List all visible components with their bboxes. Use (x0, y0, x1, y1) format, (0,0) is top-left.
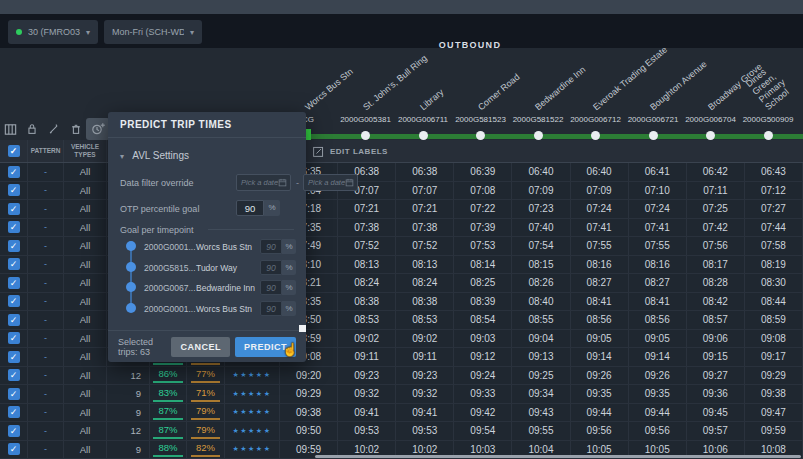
route-selector-dropdown[interactable]: 30 (FMRO030) ▾ (8, 20, 98, 44)
time-cell[interactable]: 07:27 (745, 200, 803, 219)
time-cell[interactable]: 07:56 (687, 237, 745, 256)
row-checkbox[interactable]: ✓ (8, 203, 20, 215)
date-to-picker[interactable]: Pick a date (303, 174, 358, 191)
predict-trip-times-icon[interactable] (86, 118, 110, 140)
time-cell[interactable]: 09:38 (745, 385, 803, 404)
time-cell[interactable]: 08:28 (687, 274, 745, 293)
station-stop-dot[interactable] (764, 131, 773, 140)
time-cell[interactable]: 07:09 (512, 182, 570, 201)
select-all-checkbox[interactable]: ✓ (8, 145, 20, 157)
trash-icon[interactable] (66, 119, 86, 139)
time-cell[interactable]: 09:26 (571, 367, 629, 386)
time-cell[interactable]: 07:40 (512, 219, 570, 238)
row-checkbox[interactable]: ✓ (8, 184, 20, 196)
time-cell[interactable]: 07:38 (396, 219, 454, 238)
time-cell[interactable]: 09:35 (629, 385, 687, 404)
time-cell[interactable]: 09:14 (571, 348, 629, 367)
time-cell[interactable]: 07:54 (512, 237, 570, 256)
time-cell[interactable]: 09:26 (629, 367, 687, 386)
time-cell[interactable]: 08:56 (571, 311, 629, 330)
time-cell[interactable]: 09:32 (396, 385, 454, 404)
time-cell[interactable]: 07:23 (512, 200, 570, 219)
horizontal-scrollbar[interactable] (315, 455, 801, 458)
time-cell[interactable]: 07:24 (629, 200, 687, 219)
time-cell[interactable]: 09:41 (396, 404, 454, 423)
cancel-button[interactable]: CANCEL (171, 337, 230, 357)
station-stop-dot[interactable] (361, 131, 370, 140)
time-cell[interactable]: 08:40 (512, 293, 570, 312)
time-cell[interactable]: 06:41 (629, 163, 687, 182)
date-from-picker[interactable]: Pick a date (236, 174, 291, 191)
time-cell[interactable]: 08:42 (687, 293, 745, 312)
row-checkbox[interactable]: ✓ (8, 425, 20, 437)
time-cell[interactable]: 09:04 (512, 330, 570, 349)
station-stop-dot[interactable] (649, 131, 658, 140)
station-stop-dot[interactable] (476, 131, 485, 140)
time-cell[interactable]: 09:15 (687, 348, 745, 367)
time-cell[interactable]: 08:15 (512, 256, 570, 275)
station-stop-dot[interactable] (591, 131, 600, 140)
timepoint-goal-input[interactable]: 90 (260, 260, 282, 275)
time-cell[interactable]: 08:38 (396, 293, 454, 312)
station-stop-dot[interactable] (419, 131, 428, 140)
time-cell[interactable]: 08:30 (745, 274, 803, 293)
time-cell[interactable]: 09:23 (396, 367, 454, 386)
time-cell[interactable]: 09:38 (280, 404, 338, 423)
time-cell[interactable]: 07:42 (687, 219, 745, 238)
time-cell[interactable]: 07:12 (745, 182, 803, 201)
time-cell[interactable]: 09:11 (396, 348, 454, 367)
time-cell[interactable]: 07:25 (687, 200, 745, 219)
time-cell[interactable]: 09:41 (338, 404, 396, 423)
time-cell[interactable]: 08:13 (396, 256, 454, 275)
row-checkbox[interactable]: ✓ (8, 295, 20, 307)
time-cell[interactable]: 08:26 (512, 274, 570, 293)
time-cell[interactable]: 08:41 (571, 293, 629, 312)
time-cell[interactable]: 07:22 (454, 200, 512, 219)
time-cell[interactable]: 09:53 (338, 422, 396, 441)
time-cell[interactable]: 08:53 (338, 311, 396, 330)
time-cell[interactable]: 09:29 (280, 385, 338, 404)
time-cell[interactable]: 07:08 (454, 182, 512, 201)
time-cell[interactable]: 09:35 (571, 385, 629, 404)
time-cell[interactable]: 07:21 (338, 200, 396, 219)
time-cell[interactable]: 09:17 (745, 348, 803, 367)
time-cell[interactable]: 07:52 (338, 237, 396, 256)
time-cell[interactable]: 08:24 (338, 274, 396, 293)
time-cell[interactable]: 09:24 (454, 367, 512, 386)
timepoint-goal-input[interactable]: 90 (260, 280, 282, 295)
row-checkbox[interactable]: ✓ (8, 277, 20, 289)
time-cell[interactable]: 09:44 (571, 404, 629, 423)
table-columns-icon[interactable] (0, 119, 20, 139)
time-cell[interactable]: 07:55 (571, 237, 629, 256)
time-cell[interactable]: 06:42 (687, 163, 745, 182)
time-cell[interactable]: 09:50 (280, 422, 338, 441)
time-cell[interactable]: 08:55 (512, 311, 570, 330)
row-checkbox[interactable]: ✓ (8, 369, 20, 381)
time-cell[interactable]: 09:02 (338, 330, 396, 349)
time-cell[interactable]: 06:40 (571, 163, 629, 182)
time-cell[interactable]: 09:56 (629, 422, 687, 441)
row-checkbox[interactable]: ✓ (8, 258, 20, 270)
station-stop-dot[interactable] (534, 131, 543, 140)
time-cell[interactable]: 09:34 (512, 385, 570, 404)
time-cell[interactable]: 09:29 (745, 367, 803, 386)
row-checkbox[interactable]: ✓ (8, 351, 20, 363)
time-cell[interactable]: 08:16 (629, 256, 687, 275)
edit-icon[interactable] (44, 119, 64, 139)
time-cell[interactable]: 09:27 (687, 367, 745, 386)
time-cell[interactable]: 07:11 (687, 182, 745, 201)
time-cell[interactable]: 09:25 (512, 367, 570, 386)
time-cell[interactable]: 07:41 (629, 219, 687, 238)
time-cell[interactable]: 08:17 (687, 256, 745, 275)
time-cell[interactable]: 08:13 (338, 256, 396, 275)
time-cell[interactable]: 07:38 (338, 219, 396, 238)
station-stop-dot[interactable] (706, 131, 715, 140)
time-cell[interactable]: 09:42 (454, 404, 512, 423)
time-cell[interactable]: 09:54 (454, 422, 512, 441)
row-checkbox[interactable]: ✓ (8, 443, 20, 455)
time-cell[interactable]: 09:57 (687, 422, 745, 441)
time-cell[interactable]: 09:05 (571, 330, 629, 349)
time-cell[interactable]: 07:58 (745, 237, 803, 256)
time-cell[interactable]: 09:45 (687, 404, 745, 423)
time-cell[interactable]: 06:39 (454, 163, 512, 182)
